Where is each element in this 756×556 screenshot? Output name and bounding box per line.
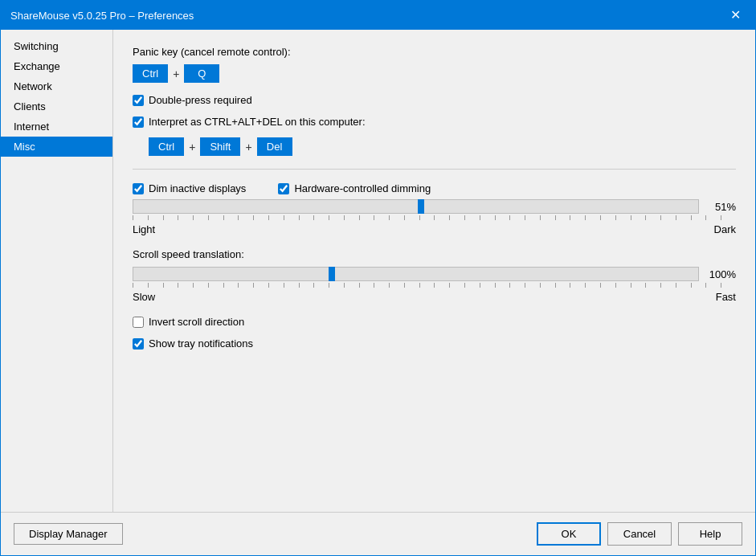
show-tray-label: Show tray notifications	[149, 337, 253, 350]
sidebar-item-exchange[interactable]: Exchange	[1, 56, 112, 76]
show-tray-checkbox[interactable]	[133, 338, 144, 350]
hardware-dim-checkbox[interactable]	[278, 183, 289, 194]
preferences-window: ShareMouse v5.0.25 Pro – Preferences ✕ S…	[0, 0, 756, 556]
interpret-shift-key[interactable]: Shift	[200, 137, 240, 156]
display-manager-button[interactable]: Display Manager	[14, 523, 123, 545]
interpret-label: Interpret as CTRL+ALT+DEL on this comput…	[149, 116, 366, 128]
hardware-dim-checkbox-row: Hardware-controlled dimming	[278, 182, 431, 194]
double-press-checkbox[interactable]	[133, 95, 144, 106]
interpret-plus2: +	[245, 141, 251, 153]
sidebar-item-internet[interactable]: Internet	[1, 117, 112, 137]
show-tray-row: Show tray notifications	[133, 337, 736, 350]
main-panel: Panic key (cancel remote control): Ctrl …	[113, 30, 755, 512]
invert-scroll-label: Invert scroll direction	[149, 316, 244, 328]
scroll-tick-marks	[133, 283, 736, 288]
interpret-checkbox[interactable]	[133, 117, 144, 128]
hardware-dim-label: Hardware-controlled dimming	[294, 182, 431, 194]
scroll-speed-label: Scroll speed translation:	[133, 248, 736, 260]
panic-ctrl-key[interactable]: Ctrl	[133, 64, 168, 83]
invert-scroll-checkbox[interactable]	[133, 317, 144, 328]
double-press-label: Double-press required	[149, 94, 252, 106]
sidebar-item-clients[interactable]: Clients	[1, 96, 112, 117]
dim-slider[interactable]	[133, 199, 699, 214]
dim-slider-row: 51%	[133, 199, 736, 214]
interpret-ctrl-key[interactable]: Ctrl	[149, 137, 184, 156]
interpret-plus1: +	[189, 141, 195, 153]
help-button[interactable]: Help	[678, 522, 742, 546]
dim-dark-label: Dark	[714, 223, 736, 235]
footer: Display Manager OK Cancel Help	[1, 512, 755, 555]
dim-inactive-label: Dim inactive displays	[149, 182, 246, 194]
ok-button[interactable]: OK	[537, 522, 601, 546]
scroll-slider[interactable]	[133, 267, 699, 281]
scroll-slider-labels: Slow Fast	[133, 291, 736, 303]
panic-q-key[interactable]: Q	[184, 64, 219, 83]
divider1	[133, 169, 736, 170]
scroll-slow-label: Slow	[133, 291, 155, 303]
footer-left: Display Manager	[14, 523, 123, 545]
sidebar-item-network[interactable]: Network	[1, 76, 112, 96]
dim-percent: 51%	[705, 201, 736, 213]
close-button[interactable]: ✕	[725, 7, 746, 23]
double-press-row: Double-press required	[133, 94, 736, 106]
sidebar-item-misc[interactable]: Misc	[1, 137, 112, 157]
dim-row: Dim inactive displays Hardware-controlle…	[133, 182, 736, 194]
panic-plus1: +	[173, 67, 179, 80]
titlebar: ShareMouse v5.0.25 Pro – Preferences ✕	[1, 1, 755, 30]
dim-slider-labels: Light Dark	[133, 223, 736, 235]
scroll-percent: 100%	[705, 268, 736, 280]
invert-scroll-row: Invert scroll direction	[133, 316, 736, 328]
interpret-row: Interpret as CTRL+ALT+DEL on this comput…	[133, 116, 736, 128]
dim-light-label: Light	[133, 223, 155, 235]
dim-inactive-checkbox-row: Dim inactive displays	[133, 182, 246, 194]
scroll-section: Scroll speed translation: 100% Slow Fast	[133, 248, 736, 303]
panic-key-label: Panic key (cancel remote control):	[133, 46, 736, 58]
dim-tick-marks	[133, 215, 736, 220]
cancel-button[interactable]: Cancel	[607, 522, 672, 546]
interpret-key-combo: Ctrl + Shift + Del	[149, 137, 736, 156]
scroll-fast-label: Fast	[716, 291, 736, 303]
window-title: ShareMouse v5.0.25 Pro – Preferences	[10, 10, 194, 22]
footer-right: OK Cancel Help	[537, 522, 742, 546]
content-area: Switching Exchange Network Clients Inter…	[1, 30, 755, 512]
panic-key-combo: Ctrl + Q	[133, 64, 736, 83]
interpret-del-key[interactable]: Del	[257, 137, 292, 156]
scroll-slider-row: 100%	[133, 267, 736, 281]
sidebar-item-switching[interactable]: Switching	[1, 36, 112, 56]
dim-inactive-checkbox[interactable]	[133, 183, 144, 194]
sidebar: Switching Exchange Network Clients Inter…	[1, 30, 113, 512]
